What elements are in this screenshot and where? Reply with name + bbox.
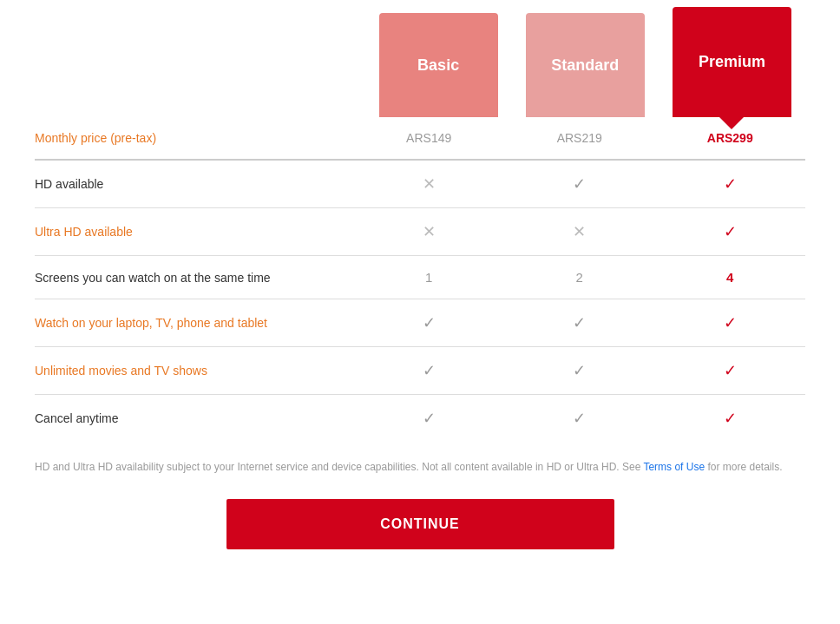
standard-price: ARS219 [504, 117, 655, 160]
plan-header-basic: Basic [379, 13, 498, 117]
cancel-basic-icon: ✓ [423, 410, 436, 427]
plan-label-basic: Basic [417, 56, 459, 75]
ultra-hd-label: Ultra HD available [35, 225, 133, 239]
plan-label-premium: Premium [699, 53, 765, 71]
cancel-premium-icon: ✓ [724, 410, 737, 427]
row-monthly-price: Monthly price (pre-tax) ARS149 ARS219 AR… [35, 117, 805, 160]
ultra-hd-premium-icon: ✓ [724, 223, 737, 240]
screens-standard-num: 2 [576, 270, 583, 285]
row-cancel: Cancel anytime ✓ ✓ ✓ [35, 395, 805, 443]
plan-headers: Basic Standard Premium [35, 0, 805, 117]
hd-premium-icon: ✓ [724, 175, 737, 193]
devices-label: Watch on your laptop, TV, phone and tabl… [35, 316, 267, 330]
continue-button-wrapper: CONTINUE [35, 499, 805, 549]
row-devices: Watch on your laptop, TV, phone and tabl… [35, 299, 805, 347]
ultra-hd-basic-icon: ✕ [423, 223, 436, 240]
screens-premium-num: 4 [726, 270, 733, 285]
screens-label: Screens you can watch on at the same tim… [35, 271, 271, 285]
devices-premium-icon: ✓ [724, 314, 737, 332]
ultra-hd-standard-icon: ✕ [573, 223, 586, 240]
screens-basic-num: 1 [425, 270, 432, 285]
row-screens: Screens you can watch on at the same tim… [35, 256, 805, 299]
hd-standard-icon: ✓ [573, 175, 586, 193]
continue-button[interactable]: CONTINUE [226, 499, 614, 549]
hd-label: HD available [35, 177, 103, 191]
plan-header-premium: Premium [673, 7, 791, 117]
unlimited-standard-icon: ✓ [573, 362, 586, 379]
plan-header-standard: Standard [526, 13, 645, 117]
disclaimer-text-after: for more details. [705, 461, 782, 473]
comparison-table: Monthly price (pre-tax) ARS149 ARS219 AR… [35, 117, 805, 442]
row-ultra-hd: Ultra HD available ✕ ✕ ✓ [35, 208, 805, 256]
row-unlimited: Unlimited movies and TV shows ✓ ✓ ✓ [35, 347, 805, 395]
plan-label-standard: Standard [551, 56, 619, 75]
devices-basic-icon: ✓ [423, 314, 436, 332]
cancel-label: Cancel anytime [35, 411, 119, 425]
devices-standard-icon: ✓ [573, 314, 586, 332]
cancel-standard-icon: ✓ [573, 410, 586, 427]
basic-price: ARS149 [353, 117, 504, 160]
monthly-price-label: Monthly price (pre-tax) [35, 131, 156, 145]
disclaimer-text-before: HD and Ultra HD availability subject to … [35, 461, 643, 473]
terms-of-use-link[interactable]: Terms of Use [643, 461, 705, 473]
unlimited-label: Unlimited movies and TV shows [35, 364, 207, 378]
unlimited-basic-icon: ✓ [423, 362, 436, 379]
hd-basic-icon: ✕ [423, 175, 436, 193]
row-hd: HD available ✕ ✓ ✓ [35, 160, 805, 208]
unlimited-premium-icon: ✓ [724, 362, 737, 379]
disclaimer: HD and Ultra HD availability subject to … [35, 459, 805, 475]
